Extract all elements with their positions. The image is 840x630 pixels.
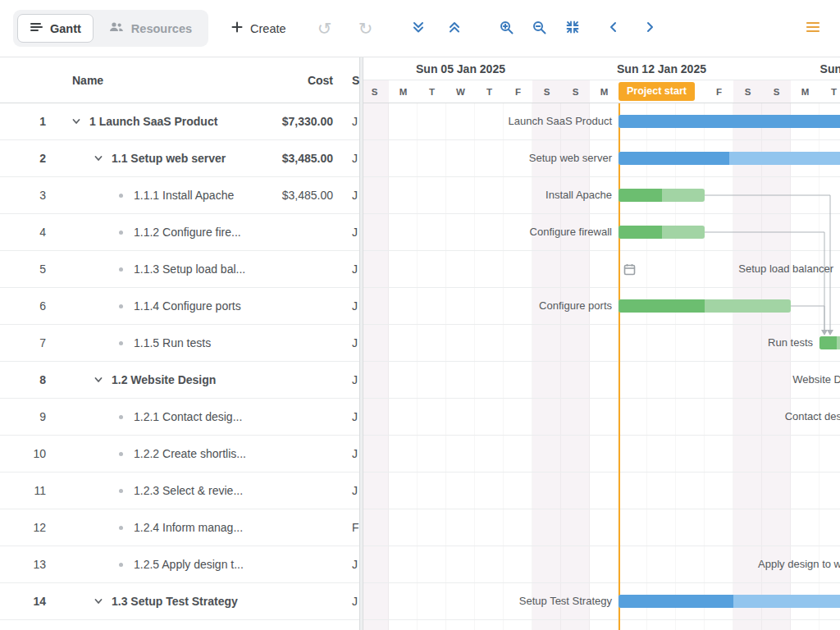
create-button[interactable]: Create <box>231 21 286 35</box>
task-bar[interactable] <box>619 226 705 239</box>
row-number: 7 <box>0 336 57 349</box>
grid-row[interactable]: 11 Launch SaaS Product$7,330.00J <box>0 103 359 140</box>
task-bar[interactable] <box>819 336 840 349</box>
expand-collapse-chevron[interactable] <box>68 113 84 130</box>
grid-row[interactable]: 121.2.4 Inform manag...F <box>0 509 359 546</box>
leaf-bullet-icon <box>112 482 129 499</box>
grid-row[interactable]: 21.1 Setup web server$3,485.00J <box>0 140 359 177</box>
task-start-clipped: J <box>335 152 359 165</box>
week-header-label[interactable]: Sun <box>820 62 840 75</box>
parent-task-bar[interactable] <box>619 115 840 128</box>
task-cost: $3,485.00 <box>251 189 335 202</box>
week-header-label[interactable]: Sun 12 Jan 2025 <box>617 62 706 75</box>
row-number: 4 <box>0 226 57 239</box>
grid-row[interactable]: 111.2.3 Select & revie...J <box>0 472 359 509</box>
grid-row[interactable]: 41.1.2 Configure fire...J <box>0 214 359 251</box>
grid-row[interactable]: 91.2.1 Contact desig...J <box>0 399 359 436</box>
start-column-header-clipped[interactable]: S <box>335 74 359 87</box>
zoom-to-fit-button[interactable] <box>559 15 587 43</box>
expand-all-icon <box>412 21 425 36</box>
gantt-view-button[interactable]: Gantt <box>17 14 94 43</box>
expand-collapse-chevron[interactable] <box>90 150 107 167</box>
task-start-clipped: J <box>335 226 359 239</box>
day-header-cell[interactable]: S <box>532 80 561 103</box>
task-name: 1.2.2 Create shortlis... <box>134 447 246 460</box>
row-number: 11 <box>0 484 57 497</box>
week-header-row: Sun 05 Jan 2025Sun 12 Jan 2025Sun <box>363 57 840 80</box>
task-bar[interactable] <box>619 189 705 202</box>
shift-next-button[interactable] <box>636 15 664 43</box>
task-start-clipped: J <box>335 447 359 460</box>
day-header-cell[interactable]: S <box>363 80 389 103</box>
day-header-cell[interactable]: F <box>504 80 532 103</box>
task-label: Configure ports <box>539 299 612 313</box>
grid-row[interactable]: 61.1.4 Configure portsJ <box>0 288 359 325</box>
grid-row[interactable]: 141.3 Setup Test StrategyJ <box>0 583 359 620</box>
collapse-all-icon <box>448 21 461 36</box>
unscheduled-calendar-icon[interactable] <box>623 263 636 276</box>
task-name-cell: 1 Launch SaaS Product <box>57 113 251 130</box>
grid-row[interactable]: 31.1.1 Install Apache$3,485.00J <box>0 177 359 214</box>
expand-collapse-chevron[interactable] <box>90 593 107 609</box>
shift-previous-button[interactable] <box>600 15 628 43</box>
settings-menu-button[interactable] <box>799 15 827 43</box>
task-name: 1.2 Website Design <box>112 373 216 386</box>
task-name-cell: 1.2 Website Design <box>57 372 251 388</box>
task-name: 1.2.5 Apply design t... <box>134 558 244 571</box>
task-name-cell: 1.2.2 Create shortlis... <box>57 445 251 462</box>
task-name: 1.1.2 Configure fire... <box>134 226 241 239</box>
task-name: 1 Launch SaaS Product <box>89 115 217 128</box>
day-header-cell[interactable]: M <box>791 80 819 103</box>
create-label: Create <box>250 22 286 35</box>
parent-task-bar[interactable] <box>619 595 840 608</box>
zoom-to-fit-icon <box>566 21 579 36</box>
task-start-clipped: J <box>335 558 359 571</box>
name-column-header[interactable]: Name <box>57 74 251 87</box>
grid-row[interactable]: 51.1.3 Setup load bal...J <box>0 251 359 288</box>
day-header-cell[interactable]: F <box>705 80 733 103</box>
task-progress <box>619 189 662 202</box>
day-header-row: SMTWTFSSMTWTFSSMTProject start <box>363 80 840 103</box>
day-header-cell[interactable]: W <box>446 80 475 103</box>
day-header-cell[interactable]: S <box>733 80 762 103</box>
grid-body: 11 Launch SaaS Product$7,330.00J21.1 Set… <box>0 103 359 620</box>
day-header-cell[interactable]: T <box>819 80 840 103</box>
grid-row[interactable]: 101.2.2 Create shortlis...J <box>0 436 359 472</box>
zoom-out-button[interactable] <box>526 15 554 43</box>
task-bar[interactable] <box>619 299 791 313</box>
task-label: Setup web server <box>529 152 612 165</box>
undo-button[interactable]: ↺ <box>311 15 339 43</box>
task-progress <box>619 115 840 128</box>
undo-icon: ↺ <box>317 20 332 37</box>
day-header-cell[interactable]: T <box>475 80 504 103</box>
week-header-label[interactable]: Sun 05 Jan 2025 <box>416 62 505 75</box>
project-start-badge: Project start <box>619 82 695 101</box>
task-name: 1.1.5 Run tests <box>134 336 211 349</box>
zoom-in-button[interactable] <box>493 15 521 43</box>
grid-row[interactable]: 131.2.5 Apply design t...J <box>0 546 359 583</box>
parent-task-bar[interactable] <box>619 152 840 165</box>
task-progress <box>619 226 662 239</box>
day-header-cell[interactable]: M <box>389 80 418 103</box>
task-progress <box>619 152 729 165</box>
task-name: 1.2.4 Inform manag... <box>134 521 243 534</box>
day-header-cell[interactable]: T <box>418 80 446 103</box>
task-label: Contact des <box>785 410 840 423</box>
redo-button[interactable]: ↻ <box>352 15 380 43</box>
timeline-header: Sun 05 Jan 2025Sun 12 Jan 2025Sun SMTWTF… <box>363 57 840 103</box>
grid-row[interactable]: 71.1.5 Run testsJ <box>0 325 359 362</box>
task-progress <box>619 299 705 313</box>
grid-row[interactable]: 81.2 Website DesignJ <box>0 362 359 399</box>
task-progress <box>819 336 837 349</box>
row-number: 8 <box>0 373 57 386</box>
day-header-cell[interactable]: S <box>561 80 590 103</box>
toolbar: Gantt Resources Create ↺ ↻ <box>0 0 840 57</box>
expand-collapse-chevron[interactable] <box>90 372 107 388</box>
day-header-cell[interactable]: S <box>762 80 791 103</box>
cost-column-header[interactable]: Cost <box>251 74 335 87</box>
task-start-clipped: J <box>335 336 359 349</box>
collapse-all-button[interactable] <box>441 15 468 43</box>
resources-view-button[interactable]: Resources <box>97 14 204 43</box>
day-header-cell[interactable]: M <box>590 80 619 103</box>
expand-all-button[interactable] <box>404 15 432 43</box>
